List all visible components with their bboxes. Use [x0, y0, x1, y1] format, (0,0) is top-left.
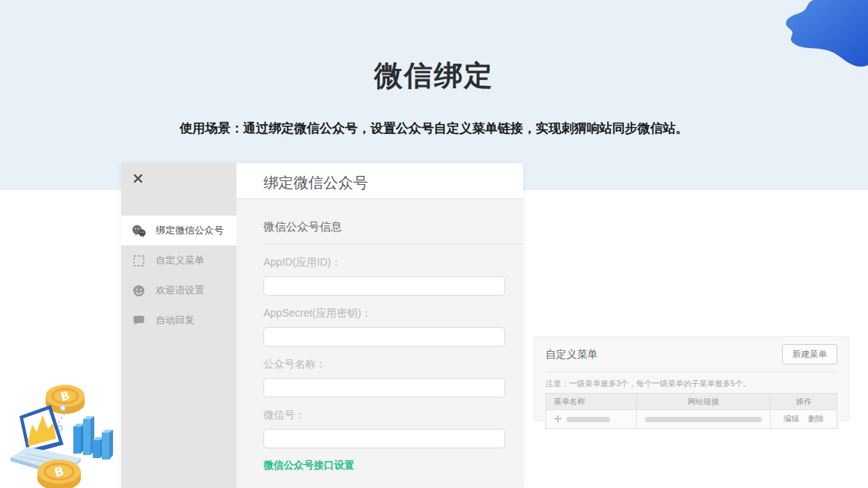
- appsecret-input[interactable]: [263, 327, 505, 347]
- new-menu-button[interactable]: 新建菜单: [782, 344, 837, 365]
- chat-bubble-icon: [132, 314, 146, 328]
- account-name-label: 公众号名称：: [263, 358, 523, 371]
- sidebar-item-auto-reply[interactable]: 自动回复: [121, 305, 236, 335]
- appid-label: AppID(应用ID)：: [263, 256, 523, 269]
- appid-input[interactable]: [263, 276, 505, 296]
- sidebar-item-welcome-message[interactable]: 欢迎语设置: [121, 275, 236, 305]
- menu-panel-header: 自定义菜单 新建菜单: [545, 344, 837, 372]
- menu-table-row: 编辑 删除: [546, 409, 837, 428]
- sidebar-item-custom-menu[interactable]: 自定义菜单: [121, 245, 236, 275]
- panel-title: 绑定微信公众号: [263, 172, 523, 193]
- menu-table-header-row: 菜单名称 网站链接 操作: [546, 394, 837, 409]
- decorative-blob: [774, 0, 868, 75]
- interface-settings-link[interactable]: 微信公众号接口设置: [263, 459, 355, 472]
- wechat-icon: [132, 224, 146, 238]
- section-title: 微信公众号信息: [263, 220, 523, 245]
- wechat-binding-panel: 绑定微信公众号 自定义菜单 欢迎语设置: [121, 163, 523, 488]
- redacted-site-link: [645, 417, 762, 422]
- header-menu-name: 菜单名称: [546, 397, 636, 407]
- sidebar-item-label: 自定义菜单: [156, 254, 204, 267]
- panel-header: 绑定微信公众号: [236, 163, 523, 199]
- account-name-input[interactable]: [263, 378, 505, 397]
- binding-sidebar: 绑定微信公众号 自定义菜单 欢迎语设置: [121, 163, 236, 488]
- wechat-id-label: 微信号：: [263, 409, 523, 422]
- dashed-square-icon: [132, 254, 146, 268]
- sidebar-item-label: 欢迎语设置: [156, 284, 204, 297]
- hero-banner: 微信绑定 使用场景：通过绑定微信公众号，设置公众号自定义菜单链接，实现刺猬响站同…: [0, 0, 868, 190]
- sidebar-item-label: 自动回复: [156, 314, 195, 327]
- header-actions: 操作: [771, 394, 837, 409]
- appsecret-label: AppSecret(应用密钥)：: [263, 307, 523, 320]
- custom-menu-panel: 自定义菜单 新建菜单 注意：一级菜单最多3个，每个一级菜单的子菜单最多5个。 菜…: [534, 336, 849, 421]
- drag-handle-icon[interactable]: [554, 412, 562, 426]
- binding-content: 绑定微信公众号 微信公众号信息 AppID(应用ID)： AppSecret(应…: [236, 163, 523, 488]
- header-site-link: 网站链接: [636, 394, 771, 409]
- wechat-id-input[interactable]: [263, 429, 505, 448]
- menu-note: 注意：一级菜单最多3个，每个一级菜单的子菜单最多5个。: [545, 379, 837, 389]
- menu-panel-title: 自定义菜单: [545, 348, 598, 362]
- page-title: 微信绑定: [0, 57, 868, 95]
- edit-action[interactable]: 编辑: [783, 414, 799, 424]
- redacted-menu-name: [566, 417, 610, 422]
- sidebar-item-bind-wechat[interactable]: 绑定微信公众号: [121, 216, 236, 245]
- page-subtitle: 使用场景：通过绑定微信公众号，设置公众号自定义菜单链接，实现刺猬响站同步微信站。: [0, 120, 868, 137]
- delete-action[interactable]: 删除: [808, 414, 824, 424]
- coin-icon: B: [37, 460, 81, 488]
- sidebar-nav: 绑定微信公众号 自定义菜单 欢迎语设置: [121, 216, 236, 335]
- menu-table: 菜单名称 网站链接 操作 编辑 删除: [545, 393, 837, 429]
- sidebar-item-label: 绑定微信公众号: [156, 224, 224, 237]
- smiley-icon: [132, 284, 146, 298]
- bar-chart: [73, 416, 113, 460]
- laptop-analytics-illustration: B B: [9, 380, 114, 488]
- close-icon[interactable]: [132, 172, 144, 184]
